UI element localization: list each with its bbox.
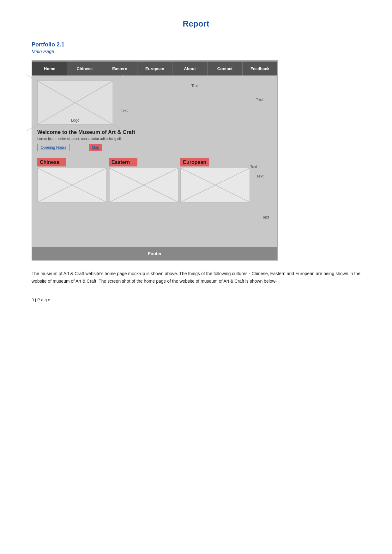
map-button[interactable]: Map: [89, 144, 102, 151]
welcome-sub: Lorem ipsum dolor sit amet, consectetur …: [37, 137, 272, 141]
culture-img-european: [180, 168, 250, 202]
mockup-container: Home Chinese Eastern European About Cont…: [32, 60, 278, 261]
btn-row: Opening Hours Map: [37, 144, 272, 151]
nav-item-contact[interactable]: Contact: [208, 62, 243, 75]
nav-item-eastern[interactable]: Eastern: [102, 62, 137, 75]
culture-img-eastern: [109, 168, 179, 202]
culture-card-european: European: [180, 158, 250, 202]
page-label: P a g e: [37, 298, 50, 302]
page-title: Report: [32, 19, 360, 29]
culture-label-european: European: [180, 158, 209, 166]
mockup-nav: Home Chinese Eastern European About Cont…: [32, 62, 277, 75]
culture-card-eastern: Eastern: [109, 158, 179, 202]
bottom-area: Text: [37, 206, 272, 247]
top-row: Logo Text Text Text: [37, 81, 272, 125]
culture-label-chinese: Chinese: [37, 158, 66, 166]
nav-item-feedback[interactable]: Feedback: [243, 62, 277, 75]
culture-label-eastern: Eastern: [109, 158, 137, 166]
culture-side-texts: Text Text: [250, 158, 272, 178]
page-footer: 3 | P a g e: [32, 295, 360, 302]
text-placeholder-3: Text: [121, 108, 128, 113]
page-number: 3: [32, 298, 34, 302]
section-heading: Portfolio 2.1: [32, 41, 360, 48]
text-placeholder-2: Text: [256, 98, 263, 102]
welcome-title: Welcome to the Museum of Art & Craft: [37, 129, 272, 135]
culture-row: Chinese Eastern: [37, 158, 250, 202]
welcome-section: Welcome to the Museum of Art & Craft Lor…: [37, 129, 272, 158]
section-subheading: Main Page: [32, 49, 360, 54]
description-text: The museum of Art & Craft website's home…: [32, 270, 360, 285]
nav-item-chinese[interactable]: Chinese: [67, 62, 102, 75]
text-placeholder-1: Text: [191, 84, 198, 88]
opening-hours-button[interactable]: Opening Hours: [37, 144, 70, 151]
bottom-text: Text: [262, 215, 269, 220]
side-text-1: Text: [250, 165, 272, 169]
logo-label: Logo: [71, 118, 80, 123]
side-text-2: Text: [256, 174, 272, 178]
nav-item-about[interactable]: About: [172, 62, 208, 75]
mockup-main-content: Logo Text Text Text Welcome to the Museu…: [32, 75, 277, 247]
top-right-texts: Text Text Text: [118, 81, 272, 113]
nav-item-european[interactable]: European: [137, 62, 172, 75]
culture-img-chinese: [37, 168, 107, 202]
culture-card-chinese: Chinese: [37, 158, 107, 202]
nav-item-home[interactable]: Home: [32, 62, 67, 75]
mockup-footer: Footer: [32, 247, 277, 260]
logo-box: Logo: [37, 81, 113, 125]
